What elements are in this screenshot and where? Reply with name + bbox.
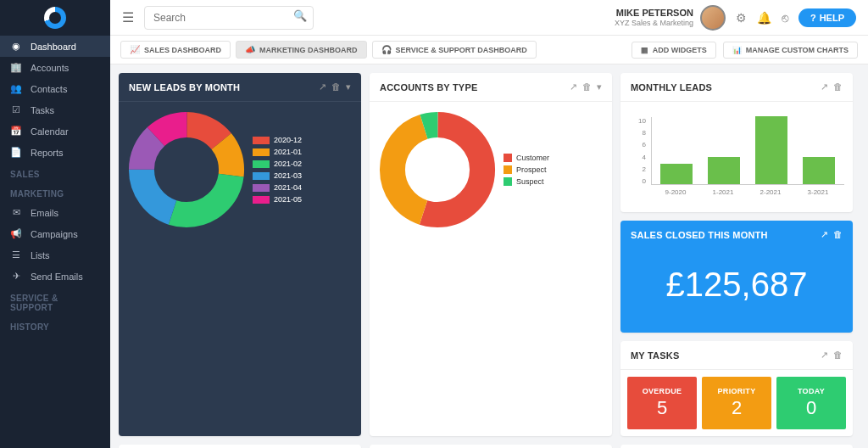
widget-new-leads: NEW LEADS BY MONTH ↗🗑▾ 2020-122021-01202… — [119, 73, 361, 436]
sidebar-item-dashboard[interactable]: ◉Dashboard — [0, 36, 110, 57]
nav-icon: ✉ — [10, 207, 22, 218]
dashboard-tabs: 📈SALES DASHBOARD📣MARKETING DASHBOARD🎧SER… — [110, 36, 868, 64]
nav-section: SERVICE & SUPPORT — [0, 287, 110, 316]
widget-accounts-type: ACCOUNTS BY TYPE ↗🗑▾ CustomerProspectSus… — [370, 73, 612, 436]
donut-chart — [127, 110, 246, 229]
help-button[interactable]: ?HELP — [798, 8, 856, 27]
nav-label: Tasks — [31, 105, 54, 115]
legend-item: 2021-05 — [253, 195, 302, 204]
legend-item: 2021-04 — [253, 183, 302, 192]
expand-icon[interactable]: ↗ — [821, 350, 828, 361]
search-icon[interactable]: 🔍 — [293, 9, 307, 22]
nav-section: SALES — [0, 163, 110, 182]
expand-icon[interactable]: ↗ — [319, 81, 326, 92]
legend-item: 2021-02 — [253, 160, 302, 168]
tab-icon: 📣 — [245, 45, 255, 54]
bar — [708, 157, 740, 184]
svg-point-5 — [142, 125, 231, 215]
manage-charts-button[interactable]: 📊MANAGE CUSTOM CHARTS — [723, 42, 858, 59]
widget-leads-campaign: LEADS BY CAMPAIGN ↗🗑▾ April Newsletter 2… — [119, 445, 361, 448]
bar — [660, 164, 693, 184]
logout-icon[interactable]: ⎋ — [782, 11, 788, 25]
nav-section: MARKETING — [0, 182, 110, 202]
add-widgets-button[interactable]: ▦ADD WIDGETS — [632, 42, 716, 59]
widget-my-tasks: MY TASKS ↗🗑 OVERDUE5PRIORITY2TODAY0 — [620, 341, 853, 436]
menu-toggle-icon[interactable]: ☰ — [122, 9, 134, 25]
chart-icon: 📊 — [732, 46, 742, 54]
legend-item: 2020-12 — [253, 136, 302, 144]
legend-item: Customer — [504, 154, 549, 162]
bell-icon[interactable]: 🔔 — [757, 11, 771, 25]
legend-item: Prospect — [504, 165, 549, 174]
sidebar-item-contacts[interactable]: 👥Contacts — [0, 78, 110, 99]
legend-item: Suspect — [504, 177, 549, 186]
trash-icon[interactable]: 🗑 — [833, 350, 843, 361]
trash-icon[interactable]: 🗑 — [833, 81, 843, 92]
sidebar-item-emails[interactable]: ✉Emails — [0, 202, 110, 223]
sidebar: ◉Dashboard🏢Accounts👥Contacts☑Tasks📅Calen… — [0, 0, 110, 448]
tab-service-&-support-dashboard[interactable]: 🎧SERVICE & SUPPORT DASHBOARD — [372, 41, 537, 59]
svg-point-8 — [392, 125, 482, 215]
sidebar-item-lists[interactable]: ☰Lists — [0, 244, 110, 266]
legend-item: 2021-03 — [253, 171, 302, 180]
nav-icon: 📢 — [10, 228, 22, 239]
sidebar-item-calendar[interactable]: 📅Calendar — [0, 120, 110, 142]
nav-label: Reports — [31, 148, 64, 158]
app-logo — [0, 0, 110, 36]
expand-icon[interactable]: ↗ — [821, 81, 828, 92]
widget-accounts-location: ACCOUNTS BY LOCATION ↗🗑▾ 40 — [620, 445, 853, 448]
task-tile-today[interactable]: TODAY0 — [776, 377, 846, 429]
tab-sales-dashboard[interactable]: 📈SALES DASHBOARD — [120, 41, 231, 59]
nav-icon: 🏢 — [10, 62, 22, 73]
nav-label: Calendar — [31, 126, 69, 137]
user-block[interactable]: MIKE PETERSON XYZ Sales & Marketing — [615, 5, 726, 31]
expand-icon[interactable]: ↗ — [570, 81, 577, 92]
sidebar-item-tasks[interactable]: ☑Tasks — [0, 99, 110, 120]
task-tile-priority[interactable]: PRIORITY2 — [702, 377, 771, 429]
sidebar-item-send-emails[interactable]: ✈Send Emails — [0, 266, 110, 287]
nav-icon: 👥 — [10, 83, 22, 94]
nav-label: Emails — [31, 208, 58, 218]
nav-label: Campaigns — [31, 229, 78, 239]
nav-icon: ☑ — [10, 104, 22, 115]
chevron-down-icon[interactable]: ▾ — [346, 81, 351, 92]
sidebar-item-campaigns[interactable]: 📢Campaigns — [0, 223, 110, 244]
user-subtitle: XYZ Sales & Marketing — [615, 19, 693, 28]
donut-chart — [378, 110, 497, 229]
gear-icon[interactable]: ⚙ — [736, 11, 747, 25]
widget-title: MONTHLY LEADS — [631, 82, 712, 92]
widget-monthly-leads: MONTHLY LEADS ↗🗑 1086420 9-20201-20212-2… — [620, 73, 853, 212]
nav-label: Dashboard — [31, 42, 76, 52]
trash-icon[interactable]: 🗑 — [833, 229, 843, 240]
bar — [755, 116, 787, 184]
trash-icon[interactable]: 🗑 — [582, 81, 592, 92]
nav-icon: ◉ — [10, 41, 22, 52]
tab-marketing-dashboard[interactable]: 📣MARKETING DASHBOARD — [236, 41, 367, 59]
widget-title: SALES CLOSED THIS MONTH — [631, 230, 768, 240]
avatar[interactable] — [700, 5, 726, 31]
nav-label: Lists — [31, 250, 50, 260]
widget-title: ACCOUNTS BY TYPE — [380, 82, 477, 92]
search-box: 🔍 — [144, 6, 314, 30]
tab-icon: 🎧 — [381, 45, 392, 54]
search-input[interactable] — [144, 6, 314, 30]
nav-icon: ✈ — [10, 271, 22, 282]
topbar: ☰ 🔍 MIKE PETERSON XYZ Sales & Marketing … — [110, 0, 868, 36]
widget-title: MY TASKS — [631, 350, 679, 361]
sidebar-item-accounts[interactable]: 🏢Accounts — [0, 57, 110, 78]
bar-chart: 1086420 9-20201-20212-20213-2021 — [629, 110, 844, 204]
widget-welcome-video: WELCOME VIDEO ↗🗑 An Introduction to Adva… — [370, 445, 612, 448]
nav-icon: 📅 — [10, 126, 22, 137]
task-tile-overdue[interactable]: OVERDUE5 — [627, 377, 697, 429]
chevron-down-icon[interactable]: ▾ — [597, 81, 602, 92]
bar — [803, 157, 835, 184]
trash-icon[interactable]: 🗑 — [331, 81, 341, 92]
sidebar-item-reports[interactable]: 📄Reports — [0, 142, 110, 163]
widget-sales-closed: SALES CLOSED THIS MONTH ↗🗑 £125,687 — [620, 221, 853, 333]
widget-title: NEW LEADS BY MONTH — [129, 82, 240, 92]
user-name: MIKE PETERSON — [615, 8, 693, 19]
expand-icon[interactable]: ↗ — [821, 229, 828, 240]
tab-icon: 📈 — [130, 45, 140, 54]
metric-value: £125,687 — [620, 249, 853, 333]
nav-label: Send Emails — [31, 272, 83, 282]
